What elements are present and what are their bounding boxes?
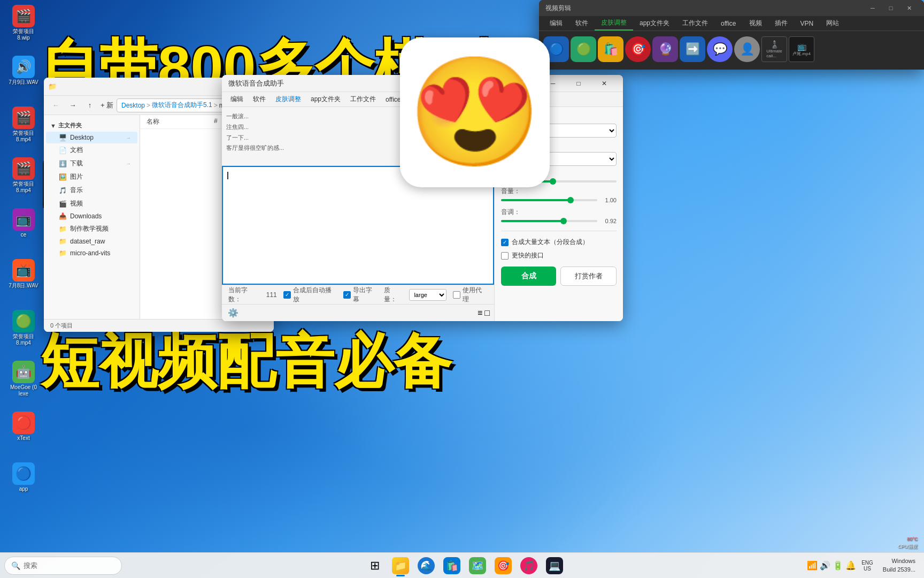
browser-icon: 🌊	[418, 557, 435, 574]
tts-autoplay-check[interactable]: ✓ 合成后自动播放	[283, 286, 337, 304]
tts-btn-row: 合成 打赏作者	[501, 267, 617, 286]
tts-menu-appfolder[interactable]: app文件夹	[306, 94, 345, 105]
desktop-icon-moegoe-label: MoeGoe (0lexe	[10, 384, 37, 397]
taskbar-language-btn[interactable]: ENG US	[857, 560, 877, 572]
fm-sidebar-music[interactable]: 🎵 音乐	[46, 184, 137, 197]
ve-menu-edit[interactable]: 编辑	[543, 16, 569, 31]
fm-new-btn[interactable]: + 新	[99, 98, 114, 113]
tts-menu-workfile[interactable]: 工作文件	[346, 94, 380, 105]
fm-sidebar-micro[interactable]: 📁 micro-and-vits	[46, 247, 137, 259]
fm-sidebar-docs[interactable]: 📄 文档	[46, 143, 137, 157]
desktop-icon-moegoe[interactable]: 🤖 MoeGoe (0lexe	[4, 359, 43, 399]
ve-menu-office[interactable]: office	[714, 16, 742, 31]
fm-sidebar-downloads2[interactable]: 📥 Downloads	[46, 210, 137, 222]
ve-minimize-btn[interactable]: ─	[864, 2, 881, 14]
desktop-icon-app5[interactable]: 🔵 app	[4, 460, 43, 495]
taskbar-network-icon[interactable]: 📶	[807, 560, 818, 571]
desktop-icon-wav[interactable]: 🔊 7月9日.WAV	[4, 54, 43, 88]
taskbar-store-btn[interactable]: 🛍️	[440, 554, 464, 577]
ve-menu: 编辑 软件 皮肤调整 app文件夹 工作文件 office 视频 插件 VPN …	[539, 16, 924, 31]
desktop-icon-app3[interactable]: 🟢 荣誉项目8.mp4	[4, 308, 43, 348]
fm-sidebar-tutorial[interactable]: 📁 制作教学视频	[46, 222, 137, 235]
ve-menu-app[interactable]: app文件夹	[633, 16, 676, 31]
ve-menu-vpn[interactable]: VPN	[794, 16, 820, 31]
desktop-icon-rongyu2[interactable]: 🎬 荣誉项目8.mp4	[4, 104, 43, 145]
fm-forward-btn[interactable]: →	[65, 98, 80, 113]
tts-menu-edit[interactable]: 编辑	[226, 94, 248, 105]
taskbar-maps-btn[interactable]: 🗺️	[466, 554, 489, 577]
fm-sidebar-pictures[interactable]: 🖼️ 图片	[46, 170, 137, 184]
fm-sidebar-videos[interactable]: 🎬 视频	[46, 197, 137, 210]
ve-close-btn[interactable]: ✕	[900, 2, 918, 14]
taskbar-browser-btn[interactable]: 🌊	[414, 554, 438, 577]
desktop-icon-app2[interactable]: 📺 7月8日.WAV	[4, 257, 43, 291]
fm-sidebar-dataset-label: dataset_raw	[70, 238, 105, 245]
desktop-icon-app1[interactable]: 📺 ce	[4, 206, 43, 240]
tts-pitch-slider[interactable]	[501, 220, 597, 222]
taskbar-start-btn[interactable]: ⊞	[363, 554, 387, 577]
cpu-temp-value: 80°C	[907, 536, 918, 542]
tts-subtitle-check[interactable]: ✓ 导出字幕	[343, 286, 378, 304]
fm-sidebar-downloads[interactable]: ⬇️ 下载 →	[46, 157, 137, 170]
tts-quality-select[interactable]: large small medium xlarge	[409, 289, 446, 301]
desktop-icon-app4[interactable]: 🔴 xText	[4, 409, 43, 444]
taskbar-clock[interactable]: Windows Build 2539...	[879, 557, 920, 574]
tts-synth-btn[interactable]: 合成	[501, 267, 556, 286]
ve-app-icon-6[interactable]: ➡️	[680, 36, 705, 62]
fm-sidebar-dataset[interactable]: 📁 dataset_raw	[46, 235, 137, 247]
taskbar-search-icon: 🔍	[11, 561, 20, 570]
tts-pitch-value: 0.92	[602, 218, 617, 224]
ve-app-person[interactable]: 👤	[734, 36, 760, 62]
ve-app-discord[interactable]: 💬	[707, 36, 733, 62]
fm-up-btn[interactable]: ↑	[82, 98, 97, 113]
fm-back-btn[interactable]: ←	[48, 98, 63, 113]
taskbar-notification-icon[interactable]: 🔔	[845, 560, 856, 571]
ve-app-icon-4[interactable]: 🎯	[625, 36, 651, 62]
tts-layout-list-btn[interactable]: ≡	[478, 308, 482, 318]
ve-app-icon-2[interactable]: 🟢	[571, 36, 596, 62]
taskbar-terminal-btn[interactable]: 💻	[543, 554, 566, 577]
desktop-icon-rongyu3[interactable]: 🎬 荣誉项目8.mp4	[4, 155, 43, 196]
fm-sidebar-desktop-label: Desktop	[70, 134, 94, 141]
ve-maximize-btn[interactable]: □	[882, 2, 899, 14]
tts-layout-grid-btn[interactable]: □	[484, 308, 490, 318]
fm-sidebar-home-header[interactable]: ▼ 主文件夹	[44, 119, 140, 132]
ve-menu-workfile[interactable]: 工作文件	[676, 16, 714, 31]
tts-settings-icon-btn[interactable]: ⚙️	[226, 306, 240, 320]
fm-sidebar-dl2-label: Downloads	[70, 212, 102, 220]
taskbar-volume-icon[interactable]: 🔊	[820, 560, 830, 571]
tts-proxy-check[interactable]: 使用代理	[453, 286, 488, 304]
terminal-icon: 💻	[546, 557, 563, 574]
tts-menu-skin[interactable]: 皮肤调整	[271, 94, 305, 105]
fm-sidebar-docs-label: 文档	[70, 146, 83, 155]
ve-app-chess[interactable]: ♟️ Ultimatecall...	[761, 36, 787, 62]
taskbar-battery-icon[interactable]: 🔋	[833, 560, 843, 571]
ve-app-icon-5[interactable]: 🔮	[652, 36, 678, 62]
ve-menu-software[interactable]: 软件	[569, 16, 595, 31]
tts-menu-software[interactable]: 软件	[249, 94, 270, 105]
ve-app-videofile[interactable]: 📺 卢尾.mp4	[789, 36, 814, 62]
desktop-icon-label: 荣誉项目8.wip	[13, 28, 34, 41]
taskbar-search-bar[interactable]: 🔍 搜索	[4, 557, 122, 575]
ve-menu-plugin[interactable]: 插件	[768, 16, 794, 31]
ve-app-icon-3[interactable]: 🛍️	[598, 36, 623, 62]
taskbar-app6-btn[interactable]: 🎵	[517, 554, 541, 577]
ve-menu-video[interactable]: 视频	[743, 16, 768, 31]
taskbar-date-display: Build 2539...	[883, 566, 915, 574]
tts-author-btn[interactable]: 打赏作者	[560, 267, 617, 286]
tts-maximize-btn[interactable]: □	[566, 75, 591, 92]
desktop-icon-rongyu1[interactable]: 🎬 荣誉项目8.wip	[4, 3, 43, 43]
taskbar-app5-btn[interactable]: 🎯	[491, 554, 515, 577]
fm-sidebar-tut-icon: 📁	[59, 225, 67, 233]
tts-pitch-slider-row: 0.92	[501, 218, 617, 224]
taskbar-filemanager-btn[interactable]: 📁	[389, 554, 412, 577]
tts-divider1	[501, 231, 617, 231]
fm-sidebar-docs-icon: 📄	[59, 147, 67, 154]
tts-fast-check[interactable]: 更快的接口	[501, 251, 617, 260]
tts-volume-slider[interactable]	[501, 199, 597, 201]
ve-menu-website[interactable]: 网站	[820, 16, 845, 31]
ve-menu-skin[interactable]: 皮肤调整	[595, 16, 633, 31]
tts-close-btn[interactable]: ✕	[592, 75, 617, 92]
fm-sidebar-desktop[interactable]: 🖥️ Desktop →	[46, 132, 137, 143]
tts-batch-check[interactable]: ✓ 合成大量文本（分段合成）	[501, 238, 617, 247]
